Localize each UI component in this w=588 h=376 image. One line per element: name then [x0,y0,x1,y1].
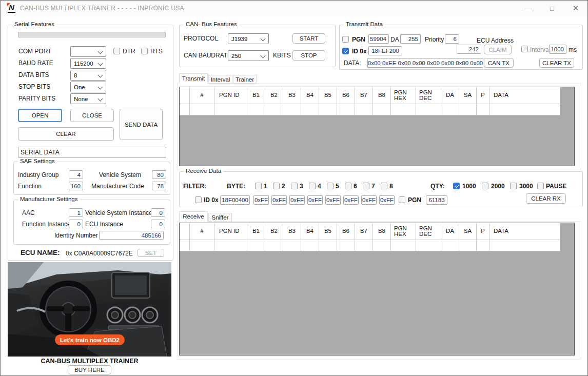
com-port-select[interactable] [70,46,106,57]
buy-here-button[interactable]: BUY HERE [68,365,111,374]
pgn-checkbox[interactable] [342,36,349,43]
byte-filter-checkbox-3[interactable] [291,183,298,189]
grid-cell[interactable] [301,240,319,251]
rx-mask-input-4[interactable]: 0xFF [307,195,323,205]
can-baudrate-select[interactable]: 250 [228,50,269,61]
header-cell[interactable]: B4 [301,223,319,240]
grid-cell[interactable] [489,240,560,251]
byte-filter-checkbox-2[interactable] [273,183,280,189]
qty-2000-checkbox[interactable] [482,183,488,189]
byte-filter-checkbox-6[interactable] [345,183,351,189]
vehicle-system-instance-input[interactable]: 0 [151,208,165,217]
header-cell[interactable]: B8 [373,223,391,240]
clear-rx-button[interactable]: CLEAR RX [526,193,566,204]
header-cell[interactable]: B1 [247,223,265,240]
rx-id-input[interactable]: 18F00400 [220,195,250,205]
header-cell[interactable]: PGN ID [214,223,247,240]
set-button[interactable]: SET [138,249,164,257]
serial-data-box[interactable]: SERIAL DATA [18,147,166,158]
tx-pgn-input[interactable]: 59904 [368,34,389,44]
ecu-address-input[interactable]: 242 [457,45,481,54]
grid-cell[interactable] [247,104,265,115]
grid-cell[interactable] [319,104,337,115]
close-icon[interactable]: ✕ [564,1,587,16]
tab-receive[interactable]: Receive [179,211,208,222]
header-cell[interactable]: PGN HEX [391,87,416,104]
grid-cell[interactable] [265,104,283,115]
header-cell[interactable]: PGN DEC [416,87,441,104]
grid-cell[interactable] [459,240,477,251]
function-instance-input[interactable]: 0 [69,220,83,228]
grid-cell[interactable] [416,104,441,115]
grid-cell[interactable] [283,240,301,251]
rx-mask-input-1[interactable]: 0xFF [253,195,269,205]
header-cell[interactable]: PGN ID [214,87,247,104]
qty-3000-checkbox[interactable] [510,183,517,189]
header-cell[interactable]: B6 [337,223,355,240]
identity-number-input[interactable]: 485166 [99,231,164,240]
grid-cell[interactable] [441,240,459,251]
tab-trainer[interactable]: Trainer [233,75,257,84]
byte-filter-checkbox-1[interactable] [255,183,262,189]
grid-cell[interactable] [214,104,247,115]
header-cell[interactable]: B3 [283,87,301,104]
interval-checkbox[interactable] [521,46,528,52]
header-cell[interactable]: SA [459,223,477,240]
baud-rate-select[interactable]: 115200 [70,58,106,69]
header-cell[interactable]: B6 [337,87,355,104]
header-cell[interactable]: P [477,87,489,104]
grid-cell[interactable] [355,240,373,251]
rts-checkbox[interactable] [141,48,148,54]
header-cell[interactable]: PGN DEC [416,223,441,240]
header-cell[interactable] [180,223,190,240]
grid-cell[interactable] [180,104,190,115]
grid-cell[interactable] [416,240,441,251]
grid-cell[interactable] [265,240,283,251]
function-input[interactable]: 160 [69,182,83,190]
stop-bits-select[interactable]: One [70,82,106,92]
grid-cell[interactable] [283,104,301,115]
byte-filter-checkbox-4[interactable] [309,183,316,189]
header-cell[interactable]: DATA [489,223,560,240]
grid-cell[interactable] [355,104,373,115]
header-cell[interactable]: B7 [355,223,373,240]
header-cell[interactable]: B1 [247,87,265,104]
tx-priority-input[interactable]: 6 [445,34,459,44]
grid-cell[interactable] [319,240,337,251]
qty-pause-checkbox[interactable] [537,183,544,189]
grid-cell[interactable] [477,240,489,251]
start-button[interactable]: START [292,33,325,44]
tx-id-input[interactable]: 18FEF200 [368,46,402,55]
byte-filter-checkbox-8[interactable] [381,183,387,189]
byte-filter-checkbox-7[interactable] [363,183,369,189]
header-cell[interactable]: B8 [373,87,391,104]
vehicle-system-input[interactable]: 80 [152,170,166,179]
rx-id-checkbox[interactable] [195,196,202,203]
tab-interval[interactable]: Interval [208,75,232,84]
grid-cell[interactable] [489,104,560,115]
grid-cell[interactable] [459,104,477,115]
receive-grid[interactable]: # PGN ID B1 B2 B3 B4 B5 B6 B7 B8 PGN HEX… [179,223,575,355]
rx-mask-input-6[interactable]: 0xFF [343,195,359,205]
header-cell[interactable]: # [190,223,214,240]
transmit-grid[interactable]: # PGN ID B1 B2 B3 B4 B5 B6 B7 B8 PGN HEX… [179,87,575,166]
send-data-button[interactable]: SEND DATA [120,109,163,140]
grid-cell[interactable] [337,104,355,115]
data-bits-select[interactable]: 8 [70,70,106,81]
grid-cell[interactable] [391,104,416,115]
grid-cell[interactable] [391,240,416,251]
header-cell[interactable]: B5 [319,87,337,104]
promo-image[interactable]: Let's train now OBD2 [8,262,171,357]
rx-mask-input-3[interactable]: 0xFF [289,195,305,205]
header-cell[interactable]: SA [459,87,477,104]
byte-filter-checkbox-5[interactable] [327,183,334,189]
grid-cell[interactable] [247,240,265,251]
rx-pgn-input[interactable]: 61183 [426,195,447,205]
interval-input[interactable]: 1000 [549,45,566,54]
protocol-select[interactable]: J1939 [228,33,269,44]
minimize-icon[interactable]: — [517,1,540,16]
tx-da-input[interactable]: 255 [400,34,421,44]
close-button[interactable]: CLOSE [70,109,114,122]
can-tx-button[interactable]: CAN TX [484,58,514,68]
grid-cell[interactable] [301,104,319,115]
